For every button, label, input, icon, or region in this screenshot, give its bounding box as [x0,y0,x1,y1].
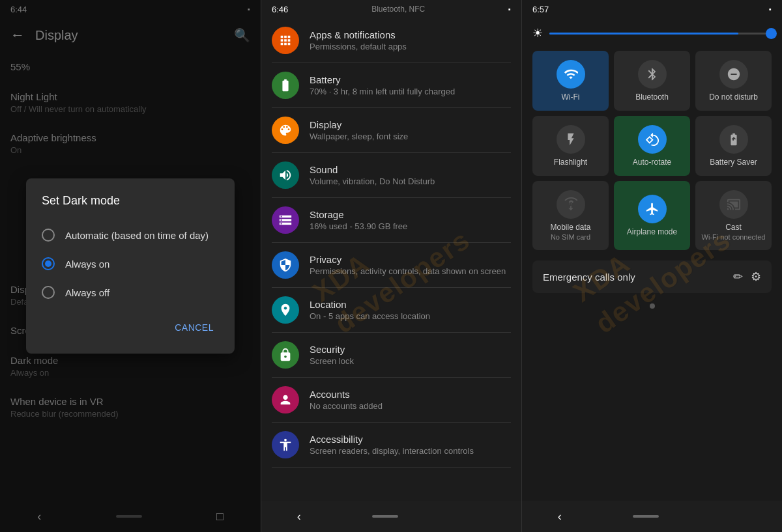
nav-back-p3[interactable]: ‹ [558,510,562,524]
apps-text: Apps & notifications Permissions, defaul… [310,29,511,51]
flashlight-label: Flashlight [554,158,587,167]
storage-desc: 16% used - 53.90 GB free [310,221,511,231]
settings-item-accessibility[interactable]: Accessibility Screen readers, display, i… [261,423,521,467]
settings-item-privacy[interactable]: Privacy Permissions, activity controls, … [261,243,521,287]
radio-label-always-off: Always off [65,287,109,298]
security-desc: Screen lock [310,356,511,366]
apps-desc: Permissions, default apps [310,42,511,51]
tile-wifi[interactable]: Wi-Fi [532,51,609,111]
cancel-button[interactable]: CANCEL [169,317,219,338]
lock-actions: ✏ ⚙ [733,270,761,284]
settings-icon[interactable]: ⚙ [751,270,761,284]
privacy-name: Privacy [310,254,511,265]
accessibility-desc: Screen readers, display, interaction con… [310,446,511,456]
tile-dnd[interactable]: Do not disturb [695,51,772,111]
settings-item-apps[interactable]: Apps & notifications Permissions, defaul… [261,18,521,63]
tile-mobile-data[interactable]: Mobile data No SIM card [532,181,609,250]
privacy-desc: Permissions, activity controls, data sho… [310,266,511,276]
radio-label-always-on: Always on [65,259,109,270]
battery-text: Battery 70% · 3 hr, 8 min left until ful… [310,74,511,96]
nav-bar-p3: ‹ [522,501,782,532]
settings-item-location[interactable]: Location On - 5 apps can access location [261,288,521,332]
location-icon [272,296,299,324]
sound-icon [272,161,299,189]
tile-flashlight[interactable]: Flashlight [532,116,609,176]
radio-circle-automatic [42,229,55,242]
accessibility-icon [272,431,299,458]
security-name: Security [310,344,511,355]
privacy-icon [272,251,299,279]
mobile-data-tile-icon [557,190,585,219]
accounts-text: Accounts No accounts added [310,389,511,411]
display-name: Display [310,119,511,130]
settings-item-accounts[interactable]: Accounts No accounts added [261,378,521,422]
mobile-data-sublabel: No SIM card [551,233,590,241]
accessibility-name: Accessibility [310,434,511,445]
dnd-tile-icon [719,60,748,89]
radio-always-off[interactable]: Always off [42,278,219,307]
location-name: Location [310,299,511,310]
sound-text: Sound Volume, vibration, Do Not Disturb [310,164,511,186]
accounts-name: Accounts [310,389,511,400]
storage-text: Storage 16% used - 53.90 GB free [310,209,511,231]
display-text: Display Wallpaper, sleep, font size [310,119,511,141]
battery-desc: 70% · 3 hr, 8 min left until fully charg… [310,87,511,96]
tile-airplane[interactable]: Airplane mode [614,181,690,250]
bluetooth-tile-icon [638,60,667,89]
brightness-row: ☀ [522,18,782,46]
settings-item-sound[interactable]: Sound Volume, vibration, Do Not Disturb [261,153,521,197]
airplane-label: Airplane mode [627,227,677,236]
nav-bar-p2: ‹ [261,501,521,532]
tile-bluetooth[interactable]: Bluetooth [614,51,690,111]
quick-tiles-grid: Wi-Fi Bluetooth Do not disturb Flashligh… [522,46,782,255]
divider-10 [272,467,511,468]
accounts-desc: No accounts added [310,401,511,411]
status-bar-p2: 6:46 Bluetooth, NFC ▪ [261,0,521,18]
dialog-overlay: Set Dark mode Automatic (based on time o… [0,0,261,532]
display-desc: Wallpaper, sleep, font size [310,132,511,141]
apps-icon [272,27,299,54]
settings-item-display[interactable]: Display Wallpaper, sleep, font size [261,108,521,152]
security-icon [272,341,299,369]
cast-tile-icon [719,190,748,219]
apps-name: Apps & notifications [310,29,511,40]
brightness-icon: ☀ [532,26,543,40]
cast-label: Cast [725,223,742,232]
radio-automatic[interactable]: Automatic (based on time of day) [42,221,219,249]
wifi-tile-icon [557,60,585,89]
subtitle-p2: Bluetooth, NFC [371,5,425,14]
location-desc: On - 5 apps can access location [310,311,511,321]
battery-name: Battery [310,74,511,85]
display-icon [272,117,299,144]
brightness-fill [549,33,738,35]
settings-item-security[interactable]: Security Screen lock [261,333,521,377]
radio-always-on[interactable]: Always on [42,249,219,278]
time-p3: 6:57 [532,5,549,14]
settings-item-storage[interactable]: Storage 16% used - 53.90 GB free [261,198,521,242]
dialog-actions: CANCEL [42,317,219,338]
dot-row [522,298,782,314]
nav-home-p3[interactable] [633,515,659,518]
brightness-slider[interactable] [549,33,772,35]
accessibility-text: Accessibility Screen readers, display, i… [310,434,511,456]
storage-name: Storage [310,209,511,220]
settings-list-panel: 6:46 Bluetooth, NFC ▪ Apps & notificatio… [261,0,521,532]
dialog-title: Set Dark mode [42,194,219,208]
tile-autorotate[interactable]: Auto-rotate [614,116,690,176]
nav-back-p2[interactable]: ‹ [297,510,301,524]
tile-cast[interactable]: Cast Wi-Fi not connected [695,181,772,250]
settings-item-battery[interactable]: Battery 70% · 3 hr, 8 min left until ful… [261,63,521,107]
autorotate-label: Auto-rotate [633,158,671,167]
edit-icon[interactable]: ✏ [733,270,743,284]
battery-icon-p2: ▪ [508,5,511,13]
tile-battery-saver[interactable]: Battery Saver [695,116,772,176]
autorotate-tile-icon [638,125,667,154]
page-dot [650,303,655,309]
battery-icon-p3: ▪ [769,5,772,13]
battery-icon [272,72,299,99]
nav-home-p2[interactable] [372,515,398,518]
radio-circle-always-on [42,257,55,270]
wifi-label: Wi-Fi [562,92,580,102]
lock-screen-area: Emergency calls only ✏ ⚙ [532,260,772,293]
radio-circle-always-off [42,286,55,299]
